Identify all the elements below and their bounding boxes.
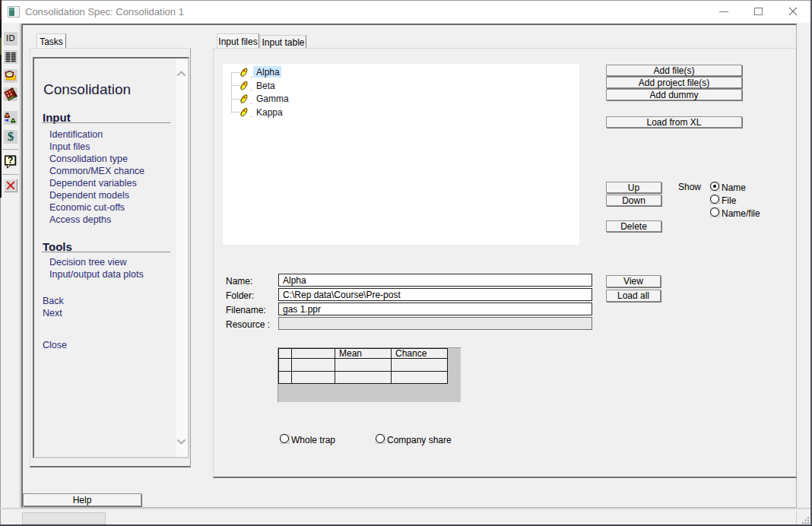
svg-text:Chance: Chance [395,348,427,359]
svg-text:Mean: Mean [339,348,362,359]
svg-text:?: ? [8,155,13,166]
